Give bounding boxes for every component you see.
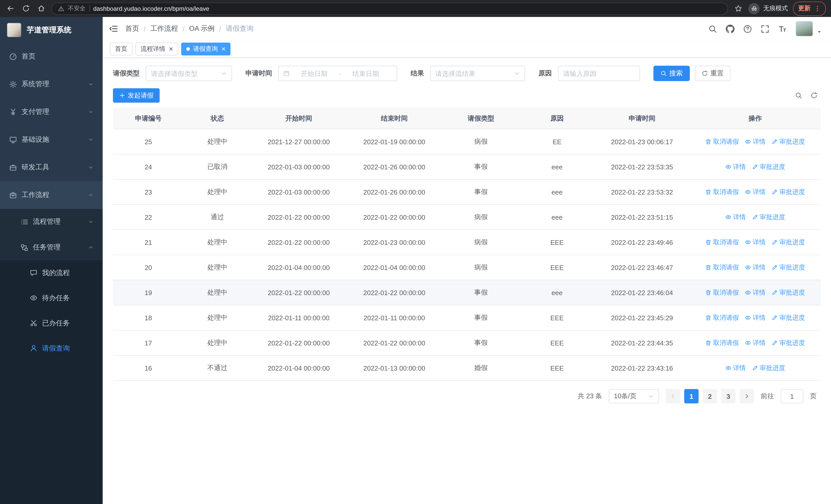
page-button-3[interactable]: 3 [721, 389, 736, 404]
result-input[interactable] [435, 69, 511, 77]
not-secure-icon[interactable] [58, 5, 64, 11]
cancel-action-link[interactable]: 取消请假 [706, 288, 739, 297]
todo-icon [30, 294, 37, 302]
result-select[interactable] [430, 66, 525, 81]
sidebar-item-home[interactable]: 首页 [0, 42, 103, 70]
tab-close-icon[interactable]: × [221, 45, 225, 52]
cell-id: 22 [113, 213, 184, 221]
progress-action-link[interactable]: 审批进度 [772, 263, 805, 272]
sidebar-item-done-tasks[interactable]: 已办任务 [0, 310, 103, 336]
cell-leave_type: 事假 [442, 162, 520, 171]
progress-action-link[interactable]: 审批进度 [752, 364, 785, 373]
cell-actions: 取消请假详情审批进度 [690, 187, 821, 196]
cancel-action-link[interactable]: 取消请假 [706, 238, 739, 247]
leave-type-input[interactable] [151, 69, 218, 77]
result-label: 结果 [411, 69, 424, 78]
progress-action-link[interactable]: 审批进度 [772, 187, 805, 196]
breadcrumb-item[interactable]: 首页 [125, 24, 139, 33]
incognito-badge: 无痕模式 [748, 3, 788, 14]
page-button-2[interactable]: 2 [703, 389, 717, 404]
cell-apply_time: 2022-01-22 23:43:16 [594, 364, 690, 372]
cell-id: 25 [113, 138, 184, 146]
sidebar-item-payment[interactable]: 支付管理 [0, 98, 103, 126]
breadcrumb-item[interactable]: OA 示例 [189, 24, 214, 33]
bookmark-star-icon[interactable] [733, 3, 743, 13]
address-bar[interactable]: 不安全 dashboard.yudao.iocoder.cn/bpm/oa/le… [51, 2, 728, 14]
progress-action-link[interactable]: 审批进度 [772, 288, 805, 297]
user-menu-caret-icon[interactable] [816, 29, 822, 34]
reset-button[interactable]: 重置 [695, 66, 730, 81]
page-button-1[interactable]: 1 [684, 389, 698, 404]
sidebar-item-todo-tasks[interactable]: 待办任务 [0, 285, 103, 310]
progress-action-link[interactable]: 审批进度 [772, 313, 805, 322]
leave-type-select[interactable] [146, 66, 232, 81]
help-icon[interactable] [743, 24, 752, 33]
cell-start_time: 2022-01-22 00:00:00 [251, 213, 346, 221]
breadcrumb-item[interactable]: 工作流程 [150, 24, 178, 33]
browser-home-icon[interactable] [36, 3, 46, 13]
font-size-icon[interactable] [778, 24, 787, 33]
progress-action-link[interactable]: 审批进度 [772, 238, 805, 247]
start-date-input[interactable] [292, 69, 336, 77]
progress-action-link[interactable]: 审批进度 [752, 213, 785, 221]
browser-menu-icon[interactable] [813, 3, 821, 13]
detail-action-link[interactable]: 详情 [745, 238, 766, 247]
header-search-icon[interactable] [708, 24, 717, 33]
detail-action-link[interactable]: 详情 [745, 288, 766, 297]
detail-action-link[interactable]: 详情 [725, 213, 746, 221]
tab-leave-query[interactable]: 请假查询× [181, 42, 230, 55]
breadcrumb-separator: / [144, 25, 146, 33]
cell-id: 17 [113, 339, 184, 347]
cancel-action-link[interactable]: 取消请假 [706, 313, 739, 322]
search-button[interactable]: 搜索 [653, 66, 690, 81]
sidebar-item-leave-query[interactable]: 请假查询 [0, 336, 103, 361]
browser-back-icon[interactable] [5, 3, 16, 13]
detail-action-link[interactable]: 详情 [745, 263, 766, 272]
progress-action-link[interactable]: 审批进度 [772, 338, 805, 347]
tab-home[interactable]: 首页 [110, 42, 133, 55]
sidebar-item-process-mgmt[interactable]: 流程管理 [0, 209, 103, 235]
cancel-action-link[interactable]: 取消请假 [706, 263, 739, 272]
refresh-table-icon[interactable] [810, 92, 818, 99]
next-page-button[interactable] [740, 389, 754, 404]
toggle-search-icon[interactable] [795, 92, 802, 99]
prev-page-button[interactable] [666, 389, 680, 404]
create-leave-button[interactable]: 发起请假 [113, 88, 160, 102]
detail-action-link[interactable]: 详情 [745, 137, 766, 146]
sidebar-item-task-mgmt[interactable]: 任务管理 [0, 235, 103, 260]
browser-refresh-icon[interactable] [21, 3, 31, 13]
chevron-down-icon [514, 70, 520, 77]
progress-action-link[interactable]: 审批进度 [752, 162, 785, 171]
page-size-select[interactable]: 10条/页 [609, 389, 659, 404]
goto-page-input[interactable] [781, 389, 803, 404]
progress-action-label: 审批进度 [760, 162, 785, 171]
sidebar-item-my-process[interactable]: 我的流程 [0, 260, 103, 285]
cell-end_time: 2022-01-22 00:00:00 [346, 339, 442, 347]
fullscreen-icon[interactable] [761, 24, 769, 33]
cell-leave_type: 病假 [442, 263, 520, 272]
cancel-action-link[interactable]: 取消请假 [706, 187, 739, 196]
progress-action-link[interactable]: 审批进度 [772, 137, 805, 146]
cancel-action-link[interactable]: 取消请假 [706, 338, 739, 347]
detail-action-link[interactable]: 详情 [725, 162, 746, 171]
end-date-input[interactable] [344, 69, 387, 77]
detail-action-link[interactable]: 详情 [745, 187, 766, 196]
tab-process-detail[interactable]: 流程详情× [136, 42, 178, 55]
user-avatar[interactable] [796, 21, 813, 36]
cell-status: 处理中 [184, 238, 251, 247]
detail-action-link[interactable]: 详情 [745, 313, 766, 322]
browser-update-button[interactable]: 更新 [793, 1, 826, 16]
sidebar-item-workflow[interactable]: 工作流程 [0, 181, 103, 209]
github-icon[interactable] [726, 24, 735, 33]
sidebar-item-system[interactable]: 系统管理 [0, 70, 103, 98]
apply-time-range-picker[interactable]: - [278, 66, 397, 81]
cancel-action-link[interactable]: 取消请假 [706, 137, 739, 146]
tab-close-icon[interactable]: × [169, 45, 173, 52]
sidebar-item-devtools[interactable]: 研发工具 [0, 153, 103, 181]
detail-action-link[interactable]: 详情 [725, 364, 746, 373]
detail-action-link[interactable]: 详情 [745, 338, 766, 347]
reason-input[interactable] [563, 69, 635, 77]
reason-input-box[interactable] [558, 66, 640, 81]
sidebar-item-infrastructure[interactable]: 基础设施 [0, 126, 103, 153]
menu-fold-icon[interactable] [109, 24, 118, 33]
